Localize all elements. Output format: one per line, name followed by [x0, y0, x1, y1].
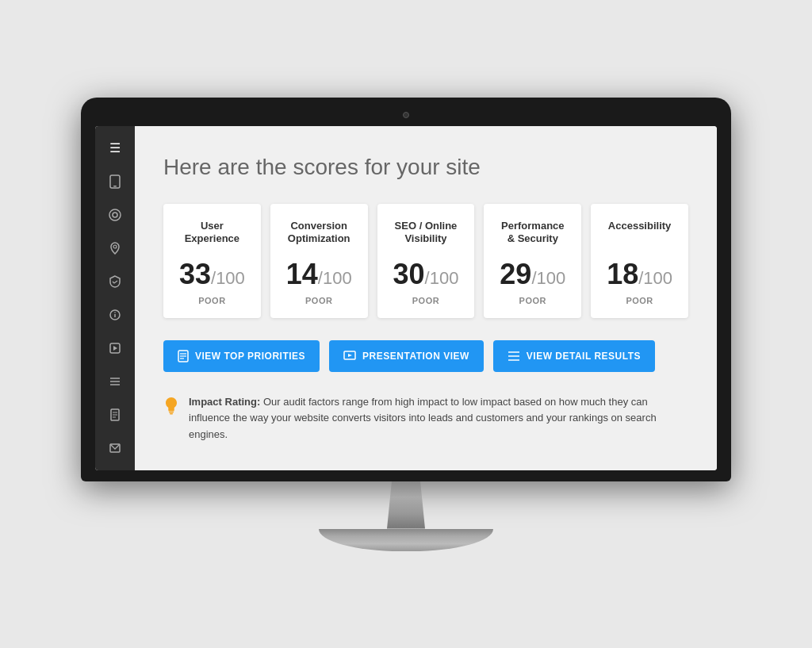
score-main-conversion: 14 — [286, 258, 318, 291]
svg-rect-1 — [113, 186, 117, 187]
sidebar: ☰ — [95, 126, 135, 470]
score-total-ux: 100 — [216, 268, 245, 289]
document-icon[interactable] — [105, 405, 124, 424]
score-number-accessibility: 18 / 100 — [603, 258, 676, 291]
monitor-frame: ☰ — [81, 98, 731, 481]
score-number-performance: 29 / 100 — [496, 258, 569, 291]
score-number-conversion: 14 / 100 — [283, 258, 355, 291]
presentation-icon — [343, 351, 356, 362]
view-top-priorities-button[interactable]: VIEW TOP PRIORITIES — [163, 340, 320, 372]
main-content: Here are the scores for your site User E… — [135, 126, 717, 470]
score-label-ux: POOR — [176, 296, 248, 305]
score-category-seo: SEO / Online Visibility — [390, 220, 462, 248]
svg-marker-23 — [348, 354, 352, 357]
mobile-icon[interactable] — [105, 172, 124, 191]
score-total-seo: 100 — [430, 268, 459, 289]
page-title: Here are the scores for your site — [163, 155, 688, 180]
score-card-ux: User Experience 33 / 100 POOR — [163, 204, 261, 318]
score-number-seo: 30 / 100 — [390, 258, 462, 291]
svg-rect-29 — [170, 413, 173, 415]
monitor-base — [319, 529, 493, 551]
score-main-ux: 33 — [179, 258, 211, 291]
score-label-accessibility: POOR — [603, 296, 676, 305]
view-detail-results-button[interactable]: VIEW DETAIL RESULTS — [493, 340, 655, 372]
svg-marker-9 — [113, 346, 117, 351]
view-top-priorities-label: VIEW TOP PRIORITIES — [195, 351, 305, 362]
presentation-view-label: PRESENTATION VIEW — [362, 351, 469, 362]
svg-point-7 — [114, 312, 116, 313]
doc-icon — [178, 350, 189, 362]
score-card-accessibility: Accessibility 18 / 100 POOR — [591, 204, 688, 318]
score-number-ux: 33 / 100 — [176, 258, 248, 291]
score-label-seo: POOR — [390, 296, 462, 305]
score-category-accessibility: Accessibility — [603, 220, 676, 248]
monitor-wrapper: ☰ — [81, 98, 731, 551]
play-icon[interactable] — [105, 339, 124, 358]
shield-check-icon[interactable] — [105, 272, 124, 291]
detail-list-icon — [508, 351, 520, 362]
menu-icon[interactable]: ☰ — [105, 139, 124, 158]
score-total-conversion: 100 — [323, 268, 352, 289]
info-circle-icon[interactable] — [105, 305, 124, 324]
score-label-performance: POOR — [496, 296, 569, 305]
score-card-seo: SEO / Online Visibility 30 / 100 POOR — [377, 204, 475, 318]
presentation-view-button[interactable]: PRESENTATION VIEW — [329, 340, 484, 372]
score-total-performance: 100 — [537, 268, 566, 289]
score-category-performance: Performance & Security — [496, 220, 569, 248]
lines-icon[interactable] — [105, 372, 124, 391]
score-category-ux: User Experience — [176, 220, 248, 248]
svg-rect-27 — [168, 410, 174, 412]
search-circle-icon[interactable] — [105, 205, 124, 224]
action-buttons: VIEW TOP PRIORITIES PRESENTATION VIEW — [163, 340, 688, 372]
impact-section: Impact Rating: Our audit factors range f… — [163, 394, 688, 443]
score-card-conversion: Conversion Optimization 14 / 100 POOR — [270, 204, 368, 318]
monitor-screen: ☰ — [95, 126, 717, 470]
monitor-neck — [382, 481, 430, 529]
mail-icon[interactable] — [105, 439, 124, 458]
svg-point-4 — [113, 245, 117, 248]
location-pin-icon[interactable] — [105, 239, 124, 258]
score-label-conversion: POOR — [283, 296, 355, 305]
svg-rect-28 — [169, 412, 174, 413]
svg-point-3 — [113, 213, 117, 217]
score-category-conversion: Conversion Optimization — [283, 220, 355, 248]
lightbulb-icon — [163, 396, 179, 421]
score-main-accessibility: 18 — [607, 258, 638, 291]
impact-text: Impact Rating: Our audit factors range f… — [189, 394, 688, 443]
score-card-performance: Performance & Security 29 / 100 POOR — [484, 204, 581, 318]
score-total-accessibility: 100 — [643, 268, 672, 289]
score-main-performance: 29 — [500, 258, 531, 291]
score-main-seo: 30 — [393, 258, 425, 291]
scores-grid: User Experience 33 / 100 POOR Conversion… — [163, 204, 688, 318]
view-detail-results-label: VIEW DETAIL RESULTS — [527, 351, 641, 362]
monitor-camera — [403, 112, 409, 118]
impact-bold-label: Impact Rating: — [189, 396, 260, 408]
svg-point-2 — [109, 209, 121, 220]
